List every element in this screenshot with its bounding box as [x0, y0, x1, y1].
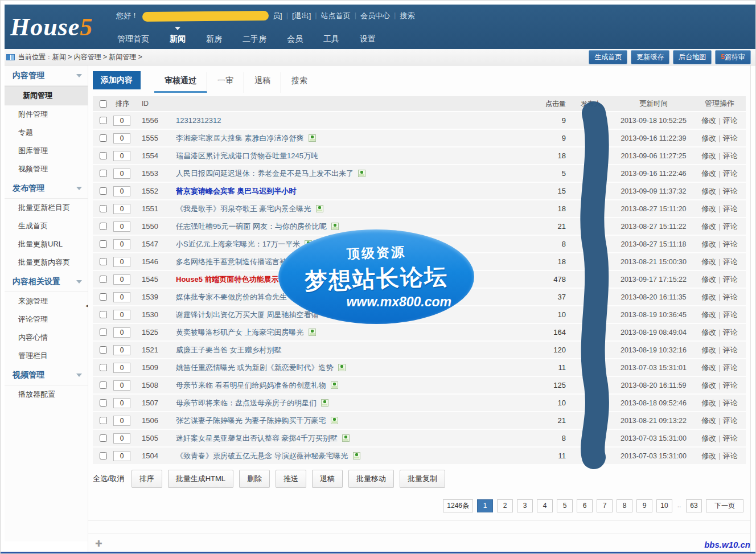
- comment-link[interactable]: 评论: [723, 169, 738, 178]
- comment-link[interactable]: 评论: [723, 151, 738, 160]
- userbar-link-3[interactable]: 搜索: [400, 11, 414, 21]
- row-checkbox[interactable]: [100, 152, 107, 159]
- batch-button-5[interactable]: 批量移动: [348, 470, 394, 488]
- sort-input[interactable]: [113, 433, 130, 444]
- sidebar-section-0[interactable]: 内容管理: [5, 65, 88, 86]
- sort-input[interactable]: [113, 186, 130, 196]
- sort-input[interactable]: [113, 257, 130, 267]
- page-button-1[interactable]: 1: [477, 499, 493, 512]
- news-title-link[interactable]: 任志强吐槽95元一碗面 网友：与你的房价比呢: [176, 221, 327, 232]
- nav-item-2[interactable]: 新房: [206, 34, 222, 48]
- row-checkbox[interactable]: [100, 311, 107, 318]
- comment-link[interactable]: 评论: [723, 187, 738, 195]
- sidebar-item-1-3[interactable]: 批量更新内容页: [5, 253, 88, 272]
- page-button-9[interactable]: 9: [636, 499, 652, 512]
- comment-link[interactable]: 评论: [723, 257, 738, 266]
- batch-button-1[interactable]: 批量生成HTML: [168, 470, 233, 488]
- edit-link[interactable]: 修改: [701, 204, 716, 213]
- userbar-link-2[interactable]: 会员中心: [360, 11, 390, 21]
- news-title-link[interactable]: 《我是歌手》羽泉夺歌王 豪宅内景全曝光: [176, 204, 311, 214]
- sort-input[interactable]: [113, 239, 130, 249]
- userbar-link-0[interactable]: [退出]: [292, 11, 311, 21]
- sort-input[interactable]: [113, 204, 130, 214]
- edit-link[interactable]: 修改: [701, 151, 716, 160]
- sidebar-section-3[interactable]: 视频管理: [5, 365, 88, 385]
- pending-review-button[interactable]: 5篇待审: [715, 50, 751, 64]
- news-title-link[interactable]: 12312312312: [176, 116, 221, 125]
- edit-link[interactable]: 修改: [701, 328, 716, 336]
- comment-link[interactable]: 评论: [723, 416, 738, 425]
- row-checkbox[interactable]: [100, 240, 107, 248]
- sidebar-item-1-0[interactable]: 批量更新栏目页: [5, 199, 88, 217]
- news-title-link[interactable]: 母亲节即将来临：盘点送母亲房子的明星们: [176, 398, 317, 408]
- comment-link[interactable]: 评论: [723, 310, 738, 319]
- row-checkbox[interactable]: [100, 434, 107, 442]
- edit-link[interactable]: 修改: [701, 240, 716, 248]
- sort-input[interactable]: [113, 327, 130, 338]
- page-button-last[interactable]: 63: [686, 499, 702, 512]
- row-checkbox[interactable]: [100, 293, 107, 301]
- row-checkbox[interactable]: [100, 187, 107, 195]
- edit-link[interactable]: 修改: [701, 346, 716, 354]
- edit-link[interactable]: 修改: [701, 116, 716, 125]
- page-button-3[interactable]: 3: [517, 499, 533, 512]
- batch-button-4[interactable]: 退稿: [312, 470, 343, 488]
- sidebar-item-1-2[interactable]: 批量更新URL: [5, 235, 88, 253]
- sidebar-item-0-0[interactable]: 新闻管理: [5, 86, 88, 105]
- edit-link[interactable]: 修改: [701, 187, 716, 195]
- comment-link[interactable]: 评论: [723, 452, 738, 460]
- row-checkbox[interactable]: [100, 276, 107, 283]
- sidebar-item-0-3[interactable]: 图库管理: [5, 142, 88, 160]
- news-title-link[interactable]: 李湘豪宅家居大搜集 素雅白净洁净舒爽: [176, 133, 304, 143]
- sidebar-item-2-0[interactable]: 来源管理: [5, 292, 88, 310]
- row-checkbox[interactable]: [100, 258, 107, 265]
- news-title-link[interactable]: 普京宴请峰会宾客 奥巴马迟到半小时: [176, 186, 297, 196]
- sidebar-item-0-2[interactable]: 专题: [5, 124, 88, 142]
- sidebar-item-2-2[interactable]: 内容心情: [5, 329, 88, 347]
- sort-input[interactable]: [113, 451, 130, 461]
- page-button-7[interactable]: 7: [597, 499, 613, 512]
- news-title-link[interactable]: 瑞昌港区累计完成港口货物吞吐量1245万吨: [176, 151, 318, 161]
- comment-link[interactable]: 评论: [723, 434, 738, 442]
- edit-link[interactable]: 修改: [701, 257, 716, 266]
- batch-button-3[interactable]: 推送: [276, 470, 306, 488]
- edit-link[interactable]: 修改: [701, 381, 716, 389]
- comment-link[interactable]: 评论: [723, 328, 738, 336]
- nav-item-6[interactable]: 设置: [360, 34, 376, 48]
- news-title-link[interactable]: 人民日报四问延迟退休：养老金是不是马上发不出来了: [176, 169, 354, 179]
- sidebar-item-2-3[interactable]: 管理栏目: [5, 347, 88, 365]
- row-checkbox[interactable]: [100, 170, 107, 177]
- row-checkbox[interactable]: [100, 134, 107, 142]
- nav-item-0[interactable]: 管理首页: [117, 34, 149, 48]
- edit-link[interactable]: 修改: [701, 293, 716, 301]
- edit-link[interactable]: 修改: [701, 399, 716, 407]
- tab-3[interactable]: 搜索: [281, 72, 318, 93]
- edit-link[interactable]: 修改: [701, 222, 716, 231]
- nav-item-3[interactable]: 二手房: [243, 34, 266, 48]
- comment-link[interactable]: 评论: [723, 363, 738, 372]
- comment-link[interactable]: 评论: [723, 346, 738, 354]
- batch-button-0[interactable]: 排序: [132, 470, 162, 488]
- news-title-link[interactable]: 《致青春》票房破五亿无悬念 导演赵薇神秘豪宅曝光: [176, 451, 348, 461]
- nav-item-4[interactable]: 会员: [287, 34, 303, 48]
- row-checkbox[interactable]: [100, 205, 107, 212]
- edit-link[interactable]: 修改: [701, 275, 716, 284]
- batch-button-6[interactable]: 批量复制: [400, 470, 445, 488]
- row-checkbox[interactable]: [100, 223, 107, 230]
- nav-item-5[interactable]: 工具: [323, 34, 339, 48]
- edit-link[interactable]: 修改: [701, 416, 716, 425]
- batch-button-2[interactable]: 删除: [239, 470, 270, 488]
- news-title-link[interactable]: 张艺谋妻子陈婷曝光 为妻子陈婷购买千万豪宅: [176, 416, 326, 426]
- row-checkbox[interactable]: [100, 452, 107, 459]
- news-title-link[interactable]: 迷奸案女星吴亚馨复出否认整容 豪掷4千万买别墅: [176, 433, 338, 444]
- sidebar-item-1-1[interactable]: 生成首页: [5, 217, 88, 235]
- news-title-link[interactable]: 母亲节来临 看看明星们给妈妈准备的创意礼物: [176, 380, 326, 391]
- row-checkbox[interactable]: [100, 417, 107, 424]
- sidebar-item-0-4[interactable]: 视频管理: [5, 160, 88, 178]
- tab-1[interactable]: 一审: [207, 72, 244, 93]
- next-page-button[interactable]: 下一页: [706, 499, 743, 512]
- sort-input[interactable]: [113, 292, 130, 302]
- edit-link[interactable]: 修改: [701, 134, 716, 142]
- sort-input[interactable]: [113, 416, 130, 426]
- edit-link[interactable]: 修改: [701, 363, 716, 372]
